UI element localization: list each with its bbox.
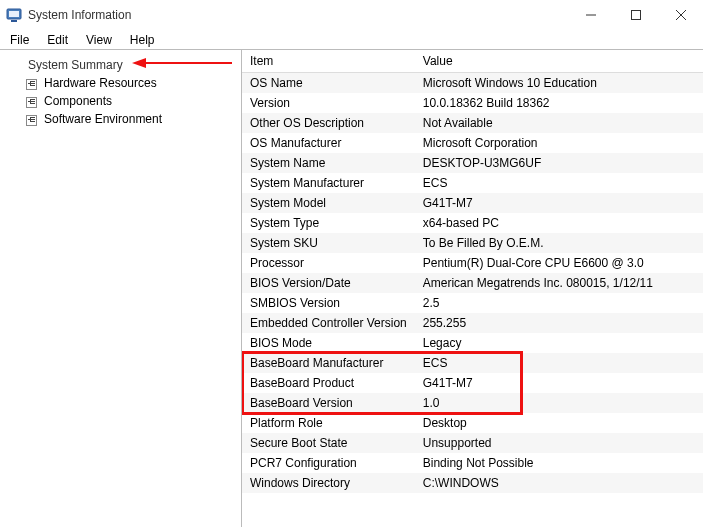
- cell-value: Binding Not Possible: [415, 453, 703, 473]
- svg-rect-2: [11, 20, 17, 22]
- menu-bar: File Edit View Help: [0, 30, 703, 50]
- cell-item: PCR7 Configuration: [242, 453, 415, 473]
- tree-item-software-environment[interactable]: Software Environment: [4, 110, 237, 128]
- cell-item: BaseBoard Manufacturer: [242, 353, 415, 373]
- table-row[interactable]: OS ManufacturerMicrosoft Corporation: [242, 133, 703, 153]
- menu-help[interactable]: Help: [122, 31, 163, 49]
- cell-value: 1.0: [415, 393, 703, 413]
- table-row[interactable]: SMBIOS Version2.5: [242, 293, 703, 313]
- table-row[interactable]: Other OS DescriptionNot Available: [242, 113, 703, 133]
- menu-edit[interactable]: Edit: [39, 31, 76, 49]
- cell-item: SMBIOS Version: [242, 293, 415, 313]
- table-row[interactable]: System Typex64-based PC: [242, 213, 703, 233]
- cell-item: Version: [242, 93, 415, 113]
- title-bar: System Information: [0, 0, 703, 30]
- maximize-button[interactable]: [613, 0, 658, 30]
- table-row[interactable]: BIOS ModeLegacy: [242, 333, 703, 353]
- cell-value: ECS: [415, 173, 703, 193]
- table-row[interactable]: BaseBoard ManufacturerECS: [242, 353, 703, 373]
- table-row[interactable]: Version10.0.18362 Build 18362: [242, 93, 703, 113]
- svg-rect-1: [9, 11, 19, 17]
- table-row[interactable]: ProcessorPentium(R) Dual-Core CPU E6600 …: [242, 253, 703, 273]
- table-row[interactable]: PCR7 ConfigurationBinding Not Possible: [242, 453, 703, 473]
- cell-value: Pentium(R) Dual-Core CPU E6600 @ 3.0: [415, 253, 703, 273]
- table-row[interactable]: System ManufacturerECS: [242, 173, 703, 193]
- col-value[interactable]: Value: [415, 50, 703, 73]
- cell-item: System Type: [242, 213, 415, 233]
- body: System Summary Hardware Resources Compon…: [0, 50, 703, 527]
- col-item[interactable]: Item: [242, 50, 415, 73]
- table-row[interactable]: System ModelG41T-M7: [242, 193, 703, 213]
- cell-item: Secure Boot State: [242, 433, 415, 453]
- table-row[interactable]: System NameDESKTOP-U3MG6UF: [242, 153, 703, 173]
- table-row[interactable]: System SKUTo Be Filled By O.E.M.: [242, 233, 703, 253]
- cell-item: System Name: [242, 153, 415, 173]
- menu-file[interactable]: File: [2, 31, 37, 49]
- cell-item: Platform Role: [242, 413, 415, 433]
- cell-item: System Manufacturer: [242, 173, 415, 193]
- details-table: Item Value OS NameMicrosoft Windows 10 E…: [242, 50, 703, 493]
- tree-root-system-summary[interactable]: System Summary: [4, 56, 237, 74]
- tree-item-label: Components: [44, 94, 112, 108]
- cell-value: G41T-M7: [415, 193, 703, 213]
- table-row[interactable]: Secure Boot StateUnsupported: [242, 433, 703, 453]
- cell-item: BaseBoard Version: [242, 393, 415, 413]
- cell-value: 255.255: [415, 313, 703, 333]
- close-button[interactable]: [658, 0, 703, 30]
- cell-value: Microsoft Corporation: [415, 133, 703, 153]
- cell-value: Desktop: [415, 413, 703, 433]
- window-title: System Information: [28, 8, 131, 22]
- table-row[interactable]: BaseBoard ProductG41T-M7: [242, 373, 703, 393]
- cell-item: OS Name: [242, 73, 415, 94]
- minimize-button[interactable]: [568, 0, 613, 30]
- cell-value: DESKTOP-U3MG6UF: [415, 153, 703, 173]
- table-row[interactable]: OS NameMicrosoft Windows 10 Education: [242, 73, 703, 94]
- cell-item: Processor: [242, 253, 415, 273]
- app-icon: [6, 7, 22, 23]
- cell-value: To Be Filled By O.E.M.: [415, 233, 703, 253]
- cell-value: Legacy: [415, 333, 703, 353]
- menu-view[interactable]: View: [78, 31, 120, 49]
- cell-item: BIOS Mode: [242, 333, 415, 353]
- cell-value: Not Available: [415, 113, 703, 133]
- table-row[interactable]: Windows DirectoryC:\WINDOWS: [242, 473, 703, 493]
- cell-value: 2.5: [415, 293, 703, 313]
- svg-rect-4: [631, 11, 640, 20]
- cell-value: American Megatrends Inc. 080015, 1/12/11: [415, 273, 703, 293]
- table-row[interactable]: BaseBoard Version1.0: [242, 393, 703, 413]
- table-row[interactable]: Embedded Controller Version255.255: [242, 313, 703, 333]
- cell-value: G41T-M7: [415, 373, 703, 393]
- cell-value: C:\WINDOWS: [415, 473, 703, 493]
- tree-item-components[interactable]: Components: [4, 92, 237, 110]
- cell-item: Other OS Description: [242, 113, 415, 133]
- cell-item: System Model: [242, 193, 415, 213]
- table-row[interactable]: Platform RoleDesktop: [242, 413, 703, 433]
- cell-item: Windows Directory: [242, 473, 415, 493]
- cell-value: ECS: [415, 353, 703, 373]
- tree-pane: System Summary Hardware Resources Compon…: [0, 50, 242, 527]
- cell-value: Unsupported: [415, 433, 703, 453]
- cell-item: OS Manufacturer: [242, 133, 415, 153]
- table-row[interactable]: BIOS Version/DateAmerican Megatrends Inc…: [242, 273, 703, 293]
- cell-value: 10.0.18362 Build 18362: [415, 93, 703, 113]
- cell-item: Embedded Controller Version: [242, 313, 415, 333]
- cell-item: BaseBoard Product: [242, 373, 415, 393]
- details-pane[interactable]: Item Value OS NameMicrosoft Windows 10 E…: [242, 50, 703, 527]
- tree-item-hardware-resources[interactable]: Hardware Resources: [4, 74, 237, 92]
- cell-item: BIOS Version/Date: [242, 273, 415, 293]
- cell-item: System SKU: [242, 233, 415, 253]
- cell-value: x64-based PC: [415, 213, 703, 233]
- tree-item-label: Software Environment: [44, 112, 162, 126]
- tree-item-label: Hardware Resources: [44, 76, 157, 90]
- cell-value: Microsoft Windows 10 Education: [415, 73, 703, 94]
